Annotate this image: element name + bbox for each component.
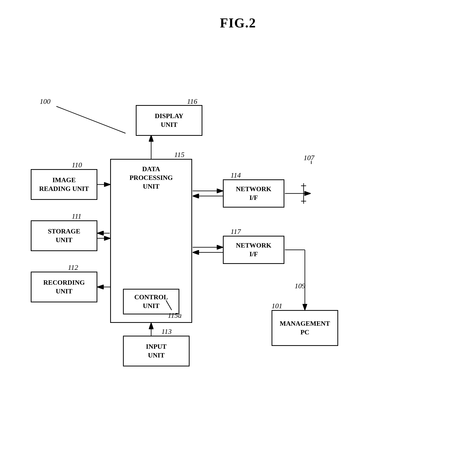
network-if-117-box: NETWORK I/F [223,236,284,264]
ref-112: 112 [68,263,78,272]
recording-unit-box: RECORDING UNIT [31,272,97,302]
ref-107: 107 [304,154,314,162]
management-pc-box: MANAGEMENT PC [272,310,338,346]
ref-117: 117 [231,228,241,236]
page-title: FIG.2 [0,0,476,30]
image-reading-unit-box: IMAGE READING UNIT [31,169,97,200]
ref-115a: 115a [168,311,182,320]
input-unit-box: INPUT UNIT [123,336,190,366]
ref-116: 116 [187,97,197,106]
network-if-114-box: NETWORK I/F [223,179,284,208]
ref-115: 115 [174,151,184,159]
control-unit-box: CONTROL UNIT [123,289,179,314]
data-processing-unit-box: DATA PROCESSING UNIT CONTROL UNIT [110,159,192,323]
ref-113: 113 [161,327,172,336]
storage-unit-box: STORAGE UNIT [31,220,97,251]
ref-109: 109 [295,282,305,290]
ref-114: 114 [231,171,241,179]
ref-110: 110 [72,161,82,169]
ref-100: 100 [40,97,50,106]
display-unit-box: DISPLAY UNIT [136,105,202,136]
ref-111: 111 [72,212,81,220]
svg-line-2 [56,106,126,133]
ref-101: 101 [272,302,282,310]
